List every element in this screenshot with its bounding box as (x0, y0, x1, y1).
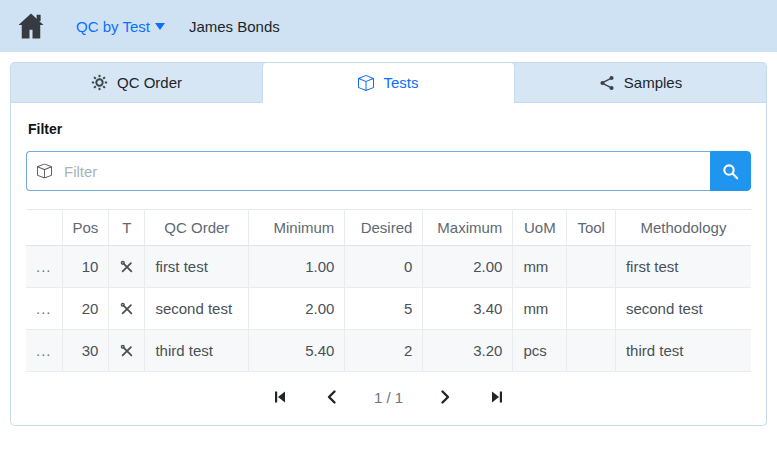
cube-icon (37, 164, 52, 179)
qc-by-test-label: QC by Test (76, 18, 150, 35)
user-name-label: James Bonds (189, 18, 280, 35)
table-row: ... 10 first test 1.00 0 2.00 mm first t… (26, 246, 751, 288)
cube-icon (358, 75, 374, 91)
tools-icon[interactable] (119, 302, 134, 316)
first-page-button[interactable] (270, 387, 290, 407)
page-indicator: 1 / 1 (374, 389, 403, 406)
cell-qc-order: second test (145, 288, 249, 330)
cell-methodology: second test (615, 288, 751, 330)
cell-methodology: third test (615, 330, 751, 372)
last-page-icon (489, 389, 505, 405)
table-row: ... 30 third test 5.40 2 3.20 pcs third … (26, 330, 751, 372)
cell-pos: 20 (62, 288, 109, 330)
tab-qc-order[interactable]: QC Order (11, 63, 262, 103)
cell-uom: mm (513, 288, 567, 330)
search-button[interactable] (710, 151, 751, 191)
tools-icon[interactable] (119, 260, 134, 274)
cell-qc-order: third test (145, 330, 249, 372)
home-icon (16, 12, 46, 40)
tab-qc-order-label: QC Order (117, 74, 182, 91)
cell-maximum: 3.20 (423, 330, 513, 372)
header-actions (26, 210, 62, 246)
cell-desired: 2 (345, 330, 423, 372)
header-minimum: Minimum (249, 210, 345, 246)
cell-desired: 0 (345, 246, 423, 288)
cell-pos: 30 (62, 330, 109, 372)
tests-table: Pos T QC Order Minimum Desired Maximum U… (26, 209, 751, 372)
cell-minimum: 5.40 (249, 330, 345, 372)
tab-tests-label: Tests (383, 74, 418, 91)
first-page-icon (272, 389, 288, 405)
main-panel: QC Order Tests Samples Filter (10, 62, 767, 426)
table-row: ... 20 second test 2.00 5 3.40 mm second… (26, 288, 751, 330)
filter-input[interactable] (26, 151, 710, 191)
table-header-row: Pos T QC Order Minimum Desired Maximum U… (26, 210, 751, 246)
share-nodes-icon (599, 75, 615, 91)
header-maximum: Maximum (423, 210, 513, 246)
next-page-button[interactable] (435, 387, 455, 407)
header-qc-order: QC Order (145, 210, 249, 246)
cell-minimum: 2.00 (249, 288, 345, 330)
chevron-right-icon (437, 389, 453, 405)
qc-by-test-dropdown[interactable]: QC by Test (76, 18, 165, 35)
cell-methodology: first test (615, 246, 751, 288)
cell-qc-order: first test (145, 246, 249, 288)
filter-heading: Filter (28, 121, 751, 137)
header-pos: Pos (62, 210, 109, 246)
gears-icon (91, 74, 108, 91)
header-uom: UoM (513, 210, 567, 246)
tests-tab-content: Filter (10, 103, 767, 426)
header-tool: Tool (567, 210, 616, 246)
chevron-left-icon (324, 389, 340, 405)
last-page-button[interactable] (487, 387, 507, 407)
header-desired: Desired (345, 210, 423, 246)
row-actions-button[interactable]: ... (36, 342, 52, 359)
cell-minimum: 1.00 (249, 246, 345, 288)
header-t: T (109, 210, 145, 246)
pagination: 1 / 1 (26, 372, 751, 415)
tools-icon[interactable] (119, 344, 134, 358)
home-button[interactable] (16, 12, 46, 40)
row-actions-button[interactable]: ... (36, 300, 52, 317)
filter-input-group (26, 151, 751, 191)
cell-maximum: 3.40 (423, 288, 513, 330)
tab-samples-label: Samples (624, 74, 682, 91)
tab-bar: QC Order Tests Samples (10, 62, 767, 103)
cell-tool (567, 330, 616, 372)
caret-down-icon (155, 23, 165, 30)
cell-tool (567, 288, 616, 330)
cell-pos: 10 (62, 246, 109, 288)
cell-uom: pcs (513, 330, 567, 372)
search-icon (722, 163, 739, 180)
previous-page-button[interactable] (322, 387, 342, 407)
cell-desired: 5 (345, 288, 423, 330)
cell-maximum: 2.00 (423, 246, 513, 288)
top-navbar: QC by Test James Bonds (0, 0, 777, 52)
header-methodology: Methodology (615, 210, 751, 246)
tab-tests[interactable]: Tests (262, 63, 514, 103)
cell-tool (567, 246, 616, 288)
row-actions-button[interactable]: ... (36, 258, 52, 275)
cell-uom: mm (513, 246, 567, 288)
tab-samples[interactable]: Samples (514, 63, 766, 103)
